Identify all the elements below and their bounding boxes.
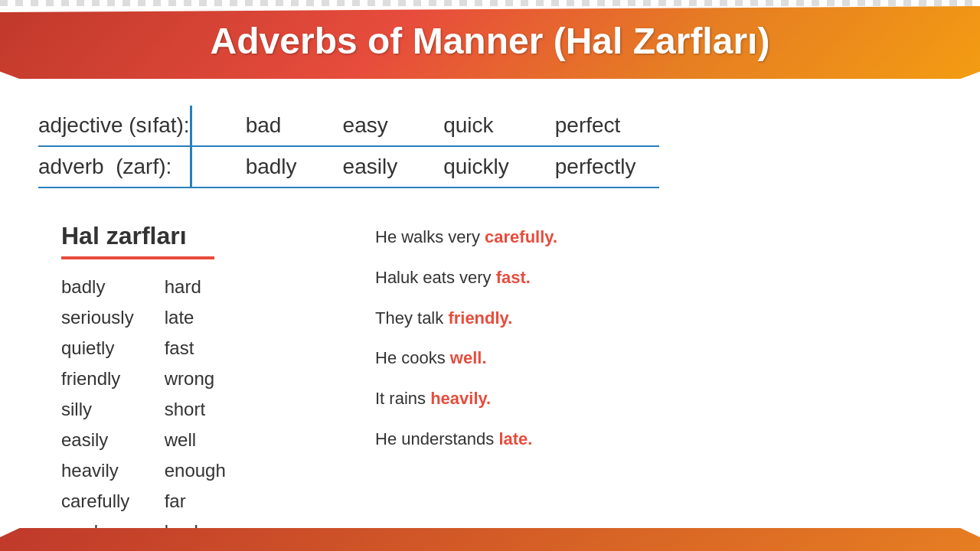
example-text-before: They talk [375, 308, 448, 328]
example-highlight: fast. [496, 268, 531, 287]
hal-title: Hal zarfları [61, 222, 368, 250]
hal-word: late [165, 304, 226, 331]
hal-word: silly [61, 396, 134, 423]
adv-word-quickly: quickly [420, 146, 532, 187]
table-divider-2 [191, 146, 223, 187]
example-line-1: He walks very carefully. [375, 226, 911, 249]
adj-word-bad: bad [223, 106, 320, 146]
adj-word-perfect: perfect [532, 106, 659, 146]
example-highlight: late. [498, 429, 532, 448]
example-highlight: friendly. [448, 308, 512, 328]
hal-word: enough [165, 457, 226, 484]
example-highlight: heavily. [430, 389, 491, 408]
page-title: Adverbs of Manner (Hal Zarfları) [0, 20, 980, 62]
example-highlight: carefully. [485, 227, 557, 246]
hal-zarflari-section: Hal zarfları badlyseriouslyquietlyfriend… [61, 222, 368, 551]
adj-word-easy: easy [320, 106, 421, 146]
example-text-before: He understands [375, 429, 498, 448]
example-line-2: Haluk eats very fast. [375, 266, 911, 290]
adj-word-quick: quick [420, 106, 532, 146]
example-line-3: They talk friendly. [375, 307, 911, 331]
examples-section: He walks very carefully.Haluk eats very … [375, 226, 911, 468]
adv-word-easily: easily [320, 146, 421, 187]
example-line-6: He understands late. [375, 428, 911, 452]
hal-word: wrong [165, 365, 226, 393]
adverb-label: adverb (zarf): [38, 146, 191, 187]
bottom-decoration [0, 528, 980, 551]
hal-word: short [165, 396, 226, 423]
hal-word: seriously [61, 304, 134, 331]
header-banner: Adverbs of Manner (Hal Zarfları) [0, 6, 980, 79]
hal-word: badly [61, 273, 134, 301]
example-text-before: He walks very [375, 227, 485, 246]
adjective-adverb-table: adjective (sıfat): bad easy quick perfec… [38, 106, 635, 188]
example-text-before: It rains [375, 389, 430, 408]
hal-word: hard [165, 273, 226, 301]
hal-word: far [165, 487, 226, 515]
hal-word: easily [61, 426, 134, 454]
hal-word: friendly [61, 365, 134, 393]
adjective-label: adjective (sıfat): [38, 106, 191, 146]
hal-word: well [165, 426, 226, 454]
example-text-before: He cooks [375, 348, 450, 367]
hal-words-container: badlyseriouslyquietlyfriendlysillyeasily… [61, 273, 368, 551]
example-text-before: Haluk eats very [375, 268, 496, 287]
hal-col-1: badlyseriouslyquietlyfriendlysillyeasily… [61, 273, 134, 551]
hal-underline [61, 256, 214, 259]
hal-word: carefully [61, 487, 134, 515]
adv-word-perfectly: perfectly [532, 146, 659, 187]
hal-word: quietly [61, 334, 134, 362]
hal-word: fast [165, 334, 226, 362]
example-line-5: It rains heavily. [375, 387, 911, 411]
hal-word: heavily [61, 457, 134, 484]
adv-word-badly: badly [223, 146, 320, 187]
top-decoration [0, 0, 980, 6]
table-divider [191, 106, 223, 146]
example-highlight: well. [450, 348, 487, 367]
example-line-4: He cooks well. [375, 347, 911, 370]
hal-col-2: hardlatefastwrongshortwellenoughfarback [165, 273, 226, 551]
